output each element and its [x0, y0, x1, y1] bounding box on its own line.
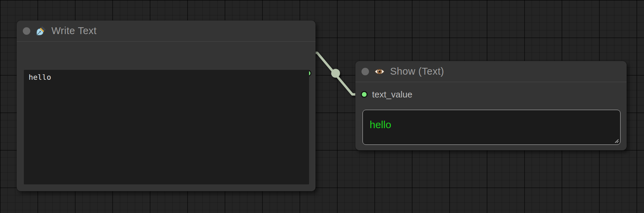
- link-midpoint-dot[interactable]: [331, 69, 340, 78]
- node-title: Show (Text): [390, 66, 444, 77]
- show-text-titlebar[interactable]: Show (Text): [355, 61, 627, 82]
- node-write-text[interactable]: Write Text text hello: [17, 20, 316, 191]
- text-widget-textarea[interactable]: hello: [24, 70, 309, 184]
- collapse-dot[interactable]: [23, 27, 30, 35]
- write-text-titlebar[interactable]: Write Text: [17, 20, 316, 42]
- eye-icon: [374, 66, 385, 77]
- node-show-text[interactable]: Show (Text) text_value hello: [355, 61, 627, 150]
- input-slot-label: text_value: [372, 89, 413, 100]
- resize-handle-icon[interactable]: [614, 138, 619, 143]
- collapse-dot[interactable]: [361, 68, 369, 75]
- node-editor-canvas[interactable]: Write Text text hello Show (Text) text: [0, 0, 644, 213]
- link-write-text-to-show-text[interactable]: [312, 53, 361, 94]
- fountain-pen-icon: [35, 26, 46, 36]
- input-slot-text-value: text_value: [361, 89, 413, 100]
- displayed-text: hello: [370, 119, 613, 131]
- text-display-box[interactable]: hello: [363, 110, 621, 145]
- input-port-text-value[interactable]: [361, 91, 368, 98]
- node-title: Write Text: [51, 25, 97, 36]
